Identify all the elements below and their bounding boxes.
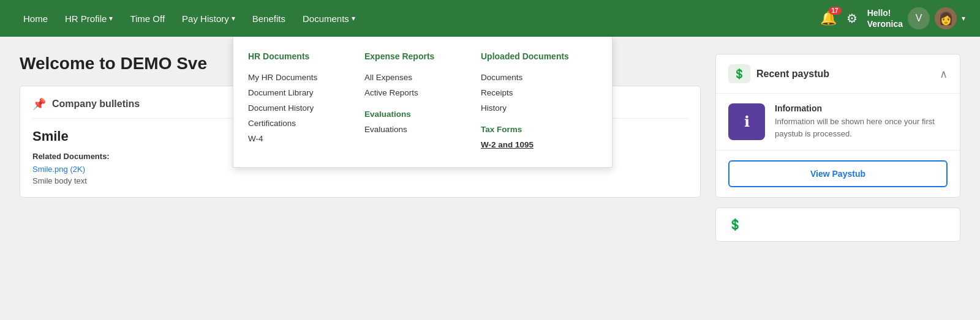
company-bulletins-label: Company bulletins bbox=[52, 99, 140, 110]
nav-item-documents[interactable]: Documents ▾ bbox=[294, 0, 364, 37]
dropdown-col-uploaded-documents: Uploaded Documents Documents Receipts Hi… bbox=[481, 51, 597, 152]
bell-wrapper[interactable]: 🔔 17 bbox=[820, 10, 837, 26]
dropdown-item-receipts[interactable]: Receipts bbox=[481, 85, 587, 100]
expense-reports-header[interactable]: Expense Reports bbox=[364, 51, 471, 61]
pin-icon: 📌 bbox=[32, 97, 46, 111]
dropdown-item-history[interactable]: History bbox=[481, 100, 587, 116]
dropdown-item-active-reports[interactable]: Active Reports bbox=[364, 85, 471, 100]
view-paystub-button[interactable]: View Paystub bbox=[728, 160, 948, 187]
dropdown-col-hr-documents: HR Documents My HR Documents Document Li… bbox=[248, 51, 364, 152]
nav-item-hr-profile[interactable]: HR Profile ▾ bbox=[56, 0, 121, 37]
user-greeting[interactable]: Hello! Veronica V 👩 ▾ bbox=[867, 7, 965, 29]
paystub-card: 💲 Recent paystub ∧ ℹ Information Informa… bbox=[715, 54, 960, 198]
documents-dropdown: HR Documents My HR Documents Document Li… bbox=[233, 37, 612, 168]
dropdown-item-document-history[interactable]: Document History bbox=[248, 100, 355, 116]
nav-items: Home HR Profile ▾ Time Off Pay History ▾… bbox=[15, 0, 820, 37]
chevron-up-icon[interactable]: ∧ bbox=[940, 67, 948, 81]
dropdown-item-documents[interactable]: Documents bbox=[481, 70, 587, 85]
info-title: Information bbox=[775, 103, 948, 113]
nav-item-home[interactable]: Home bbox=[15, 0, 56, 37]
uploaded-documents-header[interactable]: Uploaded Documents bbox=[481, 51, 587, 61]
paystub-label: Recent paystub bbox=[756, 69, 829, 80]
doc-body-text: Smile body text bbox=[32, 176, 87, 185]
avatar-photo: 👩 bbox=[935, 7, 957, 29]
paystub-icon: 💲 bbox=[728, 64, 750, 83]
notification-badge: 17 bbox=[829, 7, 842, 15]
pay-history-caret: ▾ bbox=[232, 14, 235, 23]
user-caret: ▾ bbox=[962, 14, 965, 23]
dropdown-item-my-hr-documents[interactable]: My HR Documents bbox=[248, 70, 355, 85]
avatar-initial: V bbox=[908, 7, 930, 29]
second-card-icon: 💲 bbox=[728, 218, 742, 231]
dropdown-item-w4[interactable]: W-4 bbox=[248, 131, 355, 146]
info-body: Information will be shown here once your… bbox=[775, 116, 948, 140]
evaluations-header[interactable]: Evaluations bbox=[364, 106, 471, 122]
info-block: ℹ Information Information will be shown … bbox=[716, 94, 960, 151]
dropdown-col-expense-reports: Expense Reports All Expenses Active Repo… bbox=[364, 51, 481, 152]
dropdown-item-certifications[interactable]: Certifications bbox=[248, 116, 355, 131]
user-text: Hello! Veronica bbox=[867, 7, 903, 29]
hr-documents-header[interactable]: HR Documents bbox=[248, 51, 355, 61]
right-panel: 💲 Recent paystub ∧ ℹ Information Informa… bbox=[715, 54, 960, 242]
navbar: Home HR Profile ▾ Time Off Pay History ▾… bbox=[0, 0, 980, 37]
dropdown-item-evaluations[interactable]: Evaluations bbox=[364, 122, 471, 137]
dropdown-item-all-expenses[interactable]: All Expenses bbox=[364, 70, 471, 85]
paystub-header: 💲 Recent paystub ∧ bbox=[716, 54, 960, 94]
info-icon-box: ℹ bbox=[728, 103, 765, 140]
nav-right: 🔔 17 ⚙ Hello! Veronica V 👩 ▾ bbox=[820, 7, 965, 29]
hr-profile-caret: ▾ bbox=[109, 14, 113, 23]
documents-caret: ▾ bbox=[352, 14, 355, 23]
nav-item-benefits[interactable]: Benefits bbox=[244, 0, 294, 37]
hello-label: Hello! bbox=[867, 7, 903, 18]
nav-item-time-off[interactable]: Time Off bbox=[121, 0, 173, 37]
paystub-title: 💲 Recent paystub bbox=[728, 64, 829, 83]
dropdown-item-document-library[interactable]: Document Library bbox=[248, 85, 355, 100]
info-text: Information Information will be shown he… bbox=[775, 103, 948, 140]
second-card: 💲 bbox=[715, 207, 960, 242]
user-name: Veronica bbox=[867, 18, 903, 29]
gear-icon[interactable]: ⚙ bbox=[846, 11, 858, 26]
info-icon: ℹ bbox=[744, 113, 750, 130]
dropdown-item-w2-1095[interactable]: W-2 and 1095 bbox=[481, 137, 587, 152]
tax-forms-header[interactable]: Tax Forms bbox=[481, 122, 587, 137]
nav-item-pay-history[interactable]: Pay History ▾ bbox=[173, 0, 244, 37]
